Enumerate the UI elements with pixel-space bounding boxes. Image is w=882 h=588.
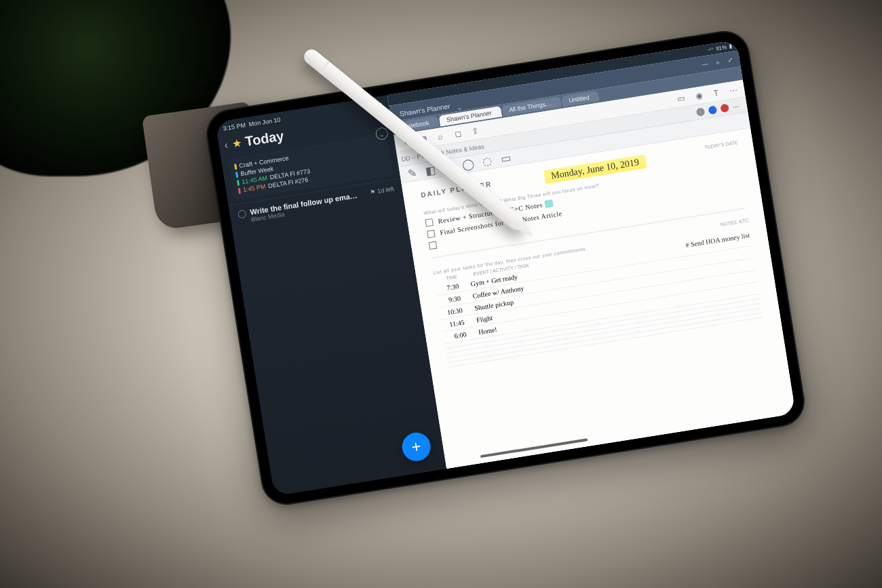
search-icon[interactable]: ⌕: [434, 130, 446, 142]
battery-pct: 91%: [715, 44, 727, 52]
ipad-screen: 3:15 PM Mon Jun 10 • • • ⌄ ‹ ★ Today Cra…: [215, 40, 796, 496]
checkbox[interactable]: [427, 230, 436, 239]
dot-blue[interactable]: [708, 105, 717, 115]
sched-time: 10:30: [439, 307, 463, 317]
back-icon[interactable]: ‹: [223, 138, 229, 151]
dot-grey[interactable]: [696, 107, 706, 117]
shape-icon[interactable]: ◯: [462, 158, 474, 170]
flag-icon: ⚑: [370, 188, 376, 195]
dot-red[interactable]: [720, 103, 729, 113]
insert-image-icon[interactable]: ▭: [675, 92, 687, 104]
task-due: ⚑1d left: [370, 185, 395, 195]
battery-icon: ▮: [729, 43, 732, 50]
wifi-icon: ◦⌔: [708, 46, 714, 53]
minimize-icon[interactable]: —: [702, 60, 709, 70]
more-icon[interactable]: ⋯: [727, 84, 740, 96]
text-icon[interactable]: T: [710, 87, 722, 99]
sched-time: 6:00: [443, 330, 467, 341]
star-icon: ★: [231, 136, 242, 151]
sched-time: 11:45: [441, 319, 465, 330]
plus-icon: +: [410, 437, 422, 457]
sched-event: Home!: [478, 326, 497, 336]
pen-icon[interactable]: ✎: [406, 167, 418, 179]
camera-icon[interactable]: ◉: [693, 90, 705, 102]
lasso-icon[interactable]: ◌: [481, 155, 493, 168]
plus-tab-icon[interactable]: ＋: [714, 58, 722, 68]
ipad-device: 3:15 PM Mon Jun 10 • • • ⌄ ‹ ★ Today Cra…: [203, 27, 808, 508]
sched-time: 7:30: [436, 282, 459, 293]
dot-more[interactable]: —: [732, 102, 739, 110]
ruler-icon[interactable]: ▭: [499, 152, 512, 164]
expand-icon[interactable]: ⤢: [727, 56, 733, 66]
tasks-title: Today: [244, 128, 285, 150]
checkbox[interactable]: [425, 218, 434, 227]
add-button[interactable]: +: [400, 431, 432, 463]
sched-event: Flight: [476, 314, 493, 324]
notes-app: ◦⌔ 91% ▮ Shawn's Planner⌄ — ＋ ⤢ Notebook…: [387, 40, 796, 469]
checkbox[interactable]: [428, 241, 437, 250]
task-checkbox[interactable]: [237, 209, 247, 218]
share-icon[interactable]: ⇪: [469, 125, 481, 137]
bookmark-icon[interactable]: ◻: [452, 128, 464, 140]
sched-time: 9:30: [437, 294, 461, 305]
